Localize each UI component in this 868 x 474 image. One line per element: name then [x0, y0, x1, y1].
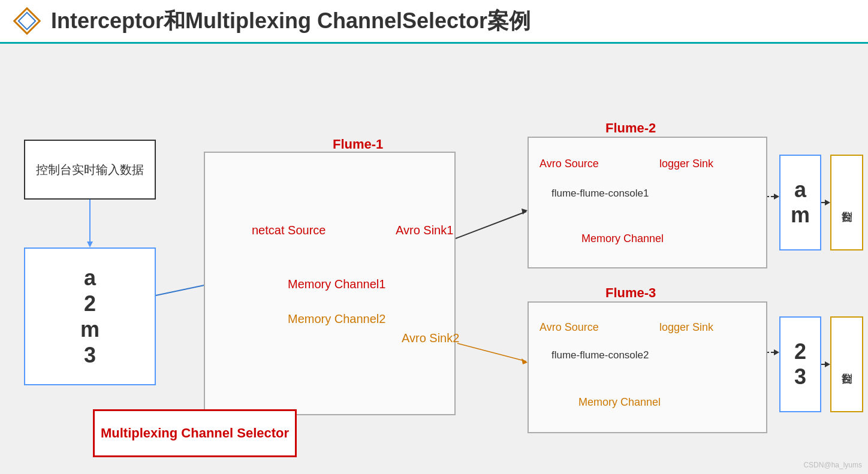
- watermark: CSDN@ha_lyums: [803, 461, 862, 469]
- flume3-console: flume-flume-console2: [551, 349, 649, 361]
- a2m3-box: a 2 m 3: [24, 247, 156, 385]
- svg-marker-17: [522, 358, 528, 364]
- ctrl1-box: 控制台: [830, 155, 863, 250]
- num23-label: 2 3: [794, 339, 806, 390]
- am-label: a m: [791, 177, 810, 228]
- console-input-box: 控制台实时输入数据: [24, 140, 156, 200]
- console-input-label: 控制台实时输入数据: [36, 162, 144, 178]
- svg-marker-3: [87, 241, 93, 247]
- am-box: a m: [779, 155, 821, 250]
- header: Interceptor和Multiplexing ChannelSelector…: [0, 0, 868, 44]
- a2m3-label: a 2 m 3: [80, 265, 100, 369]
- svg-marker-25: [825, 200, 830, 206]
- svg-line-12: [456, 212, 526, 238]
- avro-sink1-label: Avro Sink1: [396, 224, 453, 237]
- svg-marker-23: [774, 194, 779, 200]
- svg-line-16: [457, 343, 526, 361]
- avro-sink2-label: Avro Sink2: [402, 331, 459, 345]
- flume2-memory-channel: Memory Channel: [581, 233, 664, 245]
- flume2-title: Flume-2: [605, 120, 656, 136]
- diamond-icon: [12, 6, 42, 36]
- flume2-box: [528, 137, 767, 268]
- svg-marker-31: [774, 349, 779, 355]
- num23-box: 2 3: [779, 316, 821, 412]
- page-title: Interceptor和Multiplexing ChannelSelector…: [51, 7, 531, 36]
- flume3-memory-channel: Memory Channel: [578, 396, 661, 409]
- flume3-avro-source: Avro Source: [540, 321, 599, 334]
- ctrl2-box: 控制台: [830, 316, 863, 412]
- mcs-box: Multiplexing Channel Selector: [93, 409, 297, 457]
- memory-channel2-label: Memory Channel2: [288, 312, 385, 326]
- flume2-console: flume-flume-console1: [551, 188, 649, 200]
- flume2-avro-source: Avro Source: [540, 158, 599, 170]
- flume3-logger-sink: logger Sink: [659, 321, 713, 334]
- svg-marker-33: [825, 361, 830, 367]
- netcat-source-label: netcat Source: [252, 224, 326, 237]
- svg-marker-13: [522, 209, 528, 215]
- flume2-logger-sink: logger Sink: [659, 158, 713, 170]
- flume1-title: Flume-1: [333, 137, 383, 152]
- memory-channel1-label: Memory Channel1: [288, 277, 385, 291]
- flume3-title: Flume-3: [605, 285, 656, 301]
- main-diagram: 控制台实时输入数据 a 2 m 3 Flume-1 netcat Source …: [0, 44, 868, 474]
- mcs-label: Multiplexing Channel Selector: [101, 425, 289, 441]
